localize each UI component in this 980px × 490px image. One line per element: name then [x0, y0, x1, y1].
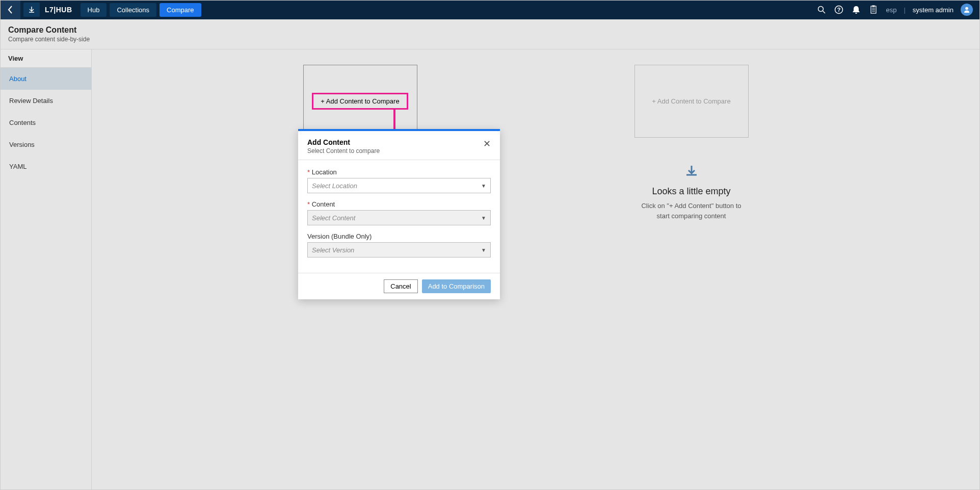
add-to-comparison-button[interactable]: Add to Comparison — [422, 279, 491, 293]
username: system admin — [913, 6, 953, 14]
clipboard-icon[interactable] — [868, 5, 879, 15]
chevron-down-icon: ▼ — [481, 215, 486, 221]
version-placeholder: Select Version — [312, 246, 354, 254]
svg-point-9 — [965, 7, 968, 10]
location-select[interactable]: Select Location ▼ — [307, 178, 491, 193]
sidebar-item-about[interactable]: About — [0, 68, 91, 90]
back-button[interactable] — [0, 0, 20, 19]
nav-tab-collections[interactable]: Collections — [110, 3, 156, 17]
nav-tab-compare[interactable]: Compare — [160, 3, 201, 17]
app-name: L7|HUB — [45, 6, 72, 14]
svg-point-0 — [818, 7, 824, 12]
download-empty-icon — [635, 163, 748, 182]
bell-icon[interactable] — [851, 5, 861, 15]
content-placeholder: Select Content — [312, 214, 355, 222]
sidebar-item-contents[interactable]: Contents — [0, 112, 91, 134]
cancel-button[interactable]: Cancel — [384, 279, 417, 293]
separator: | — [904, 6, 905, 14]
location-placeholder: Select Location — [312, 182, 357, 190]
help-icon[interactable]: ? — [834, 5, 844, 15]
add-content-label-right: + Add Content to Compare — [652, 97, 730, 105]
add-content-highlight: + Add Content to Compare — [312, 93, 408, 110]
download-button[interactable] — [23, 3, 40, 17]
search-icon[interactable] — [816, 5, 827, 15]
page-title: Compare Content — [8, 25, 972, 35]
location-label: * Location — [307, 168, 491, 176]
download-icon — [28, 6, 35, 13]
sidebar-item-review-details[interactable]: Review Details — [0, 90, 91, 112]
add-content-label-left: + Add Content to Compare — [321, 97, 399, 105]
sidebar-item-yaml[interactable]: YAML — [0, 156, 91, 177]
modal-title: Add Content — [307, 138, 380, 146]
tenant-label: esp — [886, 6, 896, 14]
nav-tab-hub[interactable]: Hub — [81, 3, 107, 17]
chevron-down-icon: ▼ — [481, 247, 486, 253]
svg-text:?: ? — [837, 7, 841, 13]
empty-title-right: Looks a little empty — [635, 186, 748, 197]
chevron-down-icon: ▼ — [481, 183, 486, 189]
user-icon — [963, 6, 970, 13]
modal-subtitle: Select Content to compare — [307, 147, 380, 154]
add-content-box-left[interactable]: + Add Content to Compare — [303, 65, 417, 138]
sidebar-heading: View — [0, 49, 91, 68]
close-icon[interactable]: ✕ — [483, 138, 491, 154]
svg-rect-5 — [872, 6, 875, 7]
avatar[interactable] — [961, 4, 973, 16]
version-select[interactable]: Select Version ▼ — [307, 242, 491, 257]
svg-line-1 — [823, 11, 826, 14]
content-label: * Content — [307, 200, 491, 208]
content-select[interactable]: Select Content ▼ — [307, 210, 491, 225]
add-content-box-right[interactable]: + Add Content to Compare — [634, 65, 749, 138]
sidebar-item-versions[interactable]: Versions — [0, 134, 91, 156]
version-label: Version (Bundle Only) — [307, 233, 491, 240]
page-subtitle: Compare content side-by-side — [8, 36, 972, 43]
add-content-modal: Add Content Select Content to compare ✕ … — [298, 129, 500, 299]
empty-text-right: Click on "+ Add Content" button to start… — [635, 201, 748, 221]
